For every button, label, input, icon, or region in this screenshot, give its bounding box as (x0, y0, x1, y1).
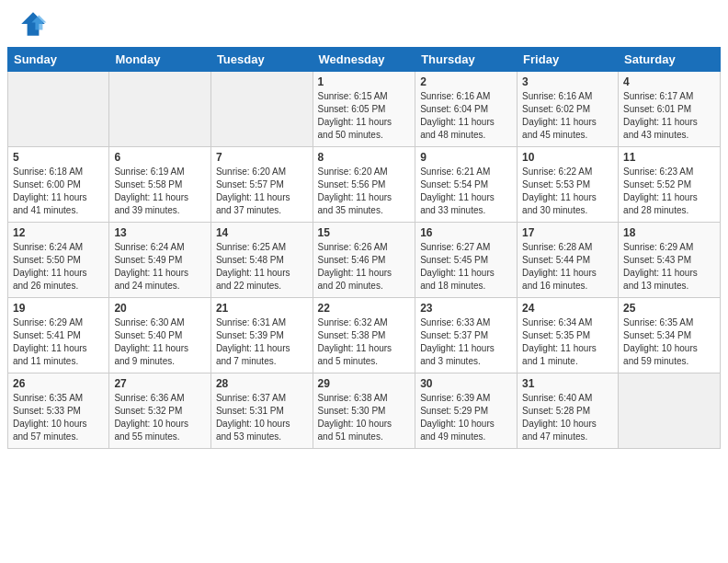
day-number: 10 (522, 151, 613, 164)
day-number: 16 (420, 226, 512, 239)
day-info: Sunrise: 6:40 AM Sunset: 5:28 PM Dayligh… (522, 392, 613, 443)
day-info: Sunrise: 6:32 AM Sunset: 5:38 PM Dayligh… (318, 316, 411, 368)
day-number: 21 (216, 302, 308, 315)
day-info: Sunrise: 6:24 AM Sunset: 5:49 PM Dayligh… (114, 241, 206, 293)
day-number: 13 (114, 226, 206, 239)
day-info: Sunrise: 6:35 AM Sunset: 5:33 PM Dayligh… (13, 392, 104, 443)
calendar-cell: 22Sunrise: 6:32 AM Sunset: 5:38 PM Dayli… (313, 298, 415, 373)
calendar-cell: 6Sunrise: 6:19 AM Sunset: 5:58 PM Daylig… (109, 147, 211, 223)
day-info: Sunrise: 6:37 AM Sunset: 5:31 PM Dayligh… (216, 392, 308, 443)
calendar-cell: 29Sunrise: 6:38 AM Sunset: 5:30 PM Dayli… (313, 373, 415, 449)
day-number: 26 (13, 377, 104, 390)
day-info: Sunrise: 6:28 AM Sunset: 5:44 PM Dayligh… (522, 241, 613, 293)
day-info: Sunrise: 6:36 AM Sunset: 5:32 PM Dayligh… (114, 392, 206, 443)
calendar-cell: 16Sunrise: 6:27 AM Sunset: 5:45 PM Dayli… (415, 223, 518, 298)
calendar-cell: 4Sunrise: 6:17 AM Sunset: 6:01 PM Daylig… (619, 72, 721, 147)
calendar-cell: 13Sunrise: 6:24 AM Sunset: 5:49 PM Dayli… (109, 223, 211, 298)
day-number: 14 (216, 226, 308, 239)
day-info: Sunrise: 6:22 AM Sunset: 5:53 PM Dayligh… (522, 166, 613, 217)
day-info: Sunrise: 6:33 AM Sunset: 5:37 PM Dayligh… (420, 316, 512, 368)
day-info: Sunrise: 6:16 AM Sunset: 6:02 PM Dayligh… (522, 90, 613, 142)
calendar-cell: 19Sunrise: 6:29 AM Sunset: 5:41 PM Dayli… (8, 298, 109, 373)
calendar-cell (8, 72, 109, 147)
calendar-cell: 18Sunrise: 6:29 AM Sunset: 5:43 PM Dayli… (619, 223, 721, 298)
day-info: Sunrise: 6:31 AM Sunset: 5:39 PM Dayligh… (216, 316, 308, 368)
calendar-cell: 17Sunrise: 6:28 AM Sunset: 5:44 PM Dayli… (518, 223, 619, 298)
calendar-cell: 5Sunrise: 6:18 AM Sunset: 6:00 PM Daylig… (8, 147, 109, 223)
day-info: Sunrise: 6:29 AM Sunset: 5:41 PM Dayligh… (13, 316, 104, 368)
day-number: 11 (623, 151, 715, 164)
day-info: Sunrise: 6:21 AM Sunset: 5:54 PM Dayligh… (420, 166, 512, 217)
calendar-cell: 2Sunrise: 6:16 AM Sunset: 6:04 PM Daylig… (415, 72, 518, 147)
day-number: 25 (623, 302, 715, 315)
day-number: 20 (114, 302, 206, 315)
col-header-monday: Monday (109, 48, 211, 72)
day-number: 22 (318, 302, 411, 315)
col-header-tuesday: Tuesday (210, 48, 313, 72)
day-number: 1 (318, 75, 411, 88)
col-header-wednesday: Wednesday (313, 48, 415, 72)
day-info: Sunrise: 6:25 AM Sunset: 5:48 PM Dayligh… (216, 241, 308, 293)
calendar-cell: 20Sunrise: 6:30 AM Sunset: 5:40 PM Dayli… (109, 298, 211, 373)
day-number: 2 (420, 75, 512, 88)
day-info: Sunrise: 6:34 AM Sunset: 5:35 PM Dayligh… (522, 316, 613, 368)
calendar-cell: 27Sunrise: 6:36 AM Sunset: 5:32 PM Dayli… (109, 373, 211, 449)
day-info: Sunrise: 6:15 AM Sunset: 6:05 PM Dayligh… (318, 90, 411, 142)
calendar-header-row: SundayMondayTuesdayWednesdayThursdayFrid… (8, 48, 721, 72)
day-number: 29 (318, 377, 411, 390)
day-number: 24 (522, 302, 613, 315)
day-info: Sunrise: 6:38 AM Sunset: 5:30 PM Dayligh… (318, 392, 411, 443)
day-info: Sunrise: 6:23 AM Sunset: 5:52 PM Dayligh… (623, 166, 715, 217)
calendar-cell: 31Sunrise: 6:40 AM Sunset: 5:28 PM Dayli… (518, 373, 619, 449)
calendar-cell: 8Sunrise: 6:20 AM Sunset: 5:56 PM Daylig… (313, 147, 415, 223)
day-info: Sunrise: 6:20 AM Sunset: 5:56 PM Dayligh… (318, 166, 411, 217)
calendar-cell: 21Sunrise: 6:31 AM Sunset: 5:39 PM Dayli… (210, 298, 313, 373)
col-header-friday: Friday (518, 48, 619, 72)
calendar-cell: 1Sunrise: 6:15 AM Sunset: 6:05 PM Daylig… (313, 72, 415, 147)
day-info: Sunrise: 6:30 AM Sunset: 5:40 PM Dayligh… (114, 316, 206, 368)
calendar-week-row: 5Sunrise: 6:18 AM Sunset: 6:00 PM Daylig… (8, 147, 721, 223)
day-number: 5 (13, 151, 104, 164)
day-number: 17 (522, 226, 613, 239)
day-info: Sunrise: 6:19 AM Sunset: 5:58 PM Dayligh… (114, 166, 206, 217)
calendar-cell: 3Sunrise: 6:16 AM Sunset: 6:02 PM Daylig… (518, 72, 619, 147)
calendar-cell: 9Sunrise: 6:21 AM Sunset: 5:54 PM Daylig… (415, 147, 518, 223)
calendar-cell: 7Sunrise: 6:20 AM Sunset: 5:57 PM Daylig… (210, 147, 313, 223)
day-number: 30 (420, 377, 512, 390)
day-number: 6 (114, 151, 206, 164)
calendar-cell (210, 72, 313, 147)
day-info: Sunrise: 6:16 AM Sunset: 6:04 PM Dayligh… (420, 90, 512, 142)
day-info: Sunrise: 6:26 AM Sunset: 5:46 PM Dayligh… (318, 241, 411, 293)
day-number: 27 (114, 377, 206, 390)
col-header-thursday: Thursday (415, 48, 518, 72)
page-header (0, 0, 728, 43)
day-info: Sunrise: 6:24 AM Sunset: 5:50 PM Dayligh… (13, 241, 104, 293)
calendar-cell (109, 72, 211, 147)
day-info: Sunrise: 6:29 AM Sunset: 5:43 PM Dayligh… (623, 241, 715, 293)
calendar-cell: 24Sunrise: 6:34 AM Sunset: 5:35 PM Dayli… (518, 298, 619, 373)
calendar-cell: 12Sunrise: 6:24 AM Sunset: 5:50 PM Dayli… (8, 223, 109, 298)
day-number: 12 (13, 226, 104, 239)
day-number: 28 (216, 377, 308, 390)
calendar-cell: 30Sunrise: 6:39 AM Sunset: 5:29 PM Dayli… (415, 373, 518, 449)
day-info: Sunrise: 6:20 AM Sunset: 5:57 PM Dayligh… (216, 166, 308, 217)
calendar-cell: 25Sunrise: 6:35 AM Sunset: 5:34 PM Dayli… (619, 298, 721, 373)
calendar-cell: 15Sunrise: 6:26 AM Sunset: 5:46 PM Dayli… (313, 223, 415, 298)
logo (18, 9, 51, 39)
calendar-cell: 11Sunrise: 6:23 AM Sunset: 5:52 PM Dayli… (619, 147, 721, 223)
day-info: Sunrise: 6:35 AM Sunset: 5:34 PM Dayligh… (623, 316, 715, 368)
day-info: Sunrise: 6:27 AM Sunset: 5:45 PM Dayligh… (420, 241, 512, 293)
day-number: 15 (318, 226, 411, 239)
col-header-sunday: Sunday (8, 48, 109, 72)
calendar-cell: 28Sunrise: 6:37 AM Sunset: 5:31 PM Dayli… (210, 373, 313, 449)
logo-icon (18, 9, 48, 39)
day-number: 18 (623, 226, 715, 239)
calendar-cell: 14Sunrise: 6:25 AM Sunset: 5:48 PM Dayli… (210, 223, 313, 298)
day-info: Sunrise: 6:18 AM Sunset: 6:00 PM Dayligh… (13, 166, 104, 217)
day-number: 7 (216, 151, 308, 164)
calendar-cell: 26Sunrise: 6:35 AM Sunset: 5:33 PM Dayli… (8, 373, 109, 449)
day-number: 3 (522, 75, 613, 88)
day-info: Sunrise: 6:17 AM Sunset: 6:01 PM Dayligh… (623, 90, 715, 142)
day-number: 19 (13, 302, 104, 315)
calendar-week-row: 1Sunrise: 6:15 AM Sunset: 6:05 PM Daylig… (8, 72, 721, 147)
